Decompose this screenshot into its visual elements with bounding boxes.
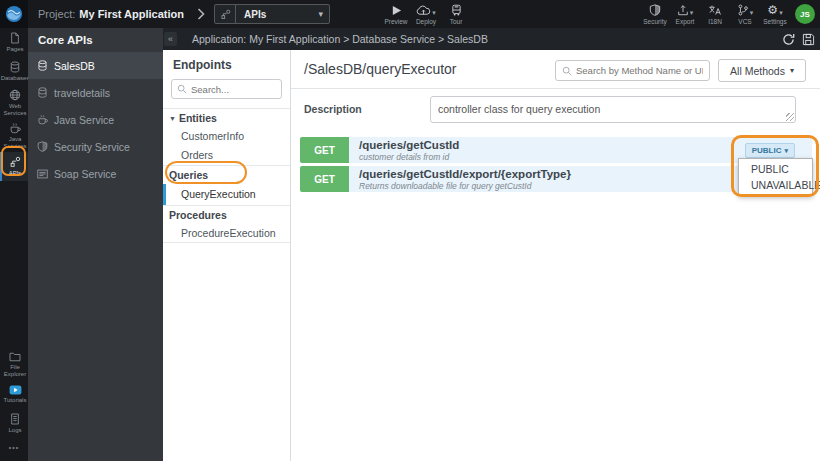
chevron-down-icon: ▾: [750, 9, 754, 16]
endpoints-search[interactable]: [171, 79, 282, 99]
endpoints-panel: Endpoints ▼Entities CustomerInfo Orders …: [163, 50, 291, 461]
topbar-left-actions: Preview ▾ Deploy Tour: [381, 0, 471, 28]
database-icon: [37, 87, 48, 98]
caret-down-icon: ▾: [784, 147, 788, 154]
endpoints-title: Endpoints: [163, 50, 290, 79]
app-window: Project: My First Application APIs ▾ Pre…: [0, 0, 820, 461]
endpoints-search-input[interactable]: [191, 84, 276, 95]
settings-button[interactable]: ⚙▾ Settings: [760, 0, 790, 28]
play-icon: [391, 4, 402, 16]
page-title: /SalesDB/queryExecutor: [304, 61, 457, 77]
method-badge-get: GET: [300, 137, 349, 163]
sidebar-overflow-button[interactable]: •••: [0, 438, 28, 461]
endpoint-row-getcustid-export[interactable]: GET /queries/getCustId/export/{exportTyp…: [300, 166, 812, 192]
workspace-selector[interactable]: APIs ▾: [214, 4, 330, 24]
sidebar-item-label: Tutorials: [4, 397, 27, 404]
access-option-unavailable[interactable]: UNAVAILABLE: [739, 177, 812, 193]
save-button[interactable]: [802, 33, 815, 46]
sidebar-item-label: APIs: [9, 170, 22, 177]
tour-button[interactable]: Tour: [441, 0, 471, 28]
export-icon: [677, 4, 689, 16]
main-content: /SalesDB/queryExecutor All Methods ▾ Des…: [291, 50, 820, 461]
wavemaker-logo-icon: [5, 5, 23, 23]
breadcrumb: Application: My First Application > Data…: [192, 33, 488, 45]
sidebar-item-java-services[interactable]: Java Services: [0, 119, 28, 152]
security-label: Security: [643, 18, 666, 25]
sidebar-item-apis[interactable]: APIs: [0, 152, 28, 181]
resize-grip-icon[interactable]: [786, 113, 794, 121]
service-item-soap-service[interactable]: Soap Service: [28, 160, 163, 187]
method-badge-get: GET: [300, 166, 349, 192]
deploy-label: Deploy: [416, 18, 436, 25]
section-queries[interactable]: Queries: [163, 165, 290, 184]
search-icon: [177, 84, 187, 94]
preview-label: Preview: [384, 18, 407, 25]
vcs-button[interactable]: ▾ VCS: [730, 0, 760, 28]
method-search[interactable]: [555, 60, 710, 81]
service-item-label: Soap Service: [54, 168, 116, 180]
sidebar-item-web-services[interactable]: Web Services: [0, 86, 28, 119]
service-item-java-service[interactable]: Java Service: [28, 106, 163, 133]
database-icon: [10, 61, 20, 73]
sidebar-item-logs[interactable]: Logs: [0, 409, 28, 438]
service-item-traveldetails[interactable]: traveldetails: [28, 79, 163, 106]
access-option-public[interactable]: PUBLIC: [739, 161, 812, 177]
shield-icon: [37, 141, 48, 152]
search-icon: [562, 66, 572, 76]
api-icon: [9, 156, 21, 168]
workspace-selector-label: APIs: [236, 9, 318, 20]
user-avatar[interactable]: JS: [795, 4, 815, 24]
service-item-security-service[interactable]: Security Service: [28, 133, 163, 160]
chevron-down-icon: ▾: [318, 10, 329, 19]
video-play-icon: [9, 385, 22, 395]
description-textarea[interactable]: controller class for query execution: [430, 96, 796, 123]
breadcrumb-bar: « Application: My First Application > Da…: [163, 28, 820, 50]
export-button[interactable]: ▾ Export: [670, 0, 700, 28]
endpoint-item-orders[interactable]: Orders: [163, 146, 290, 165]
caret-down-icon: ▾: [790, 67, 794, 75]
endpoint-subtitle: customer details from id: [359, 152, 459, 162]
api-icon: [215, 5, 236, 23]
sidebar-item-databases[interactable]: Databases: [0, 57, 28, 86]
project-name: My First Application: [79, 8, 184, 20]
all-methods-label: All Methods: [730, 65, 785, 77]
core-apis-title: Core APIs: [28, 28, 163, 52]
section-procedures[interactable]: Procedures: [163, 205, 290, 224]
coffee-icon: [37, 114, 48, 125]
service-item-salesdb[interactable]: SalesDB: [28, 52, 163, 79]
endpoint-row-getcustid[interactable]: GET /queries/getCustId customer details …: [300, 137, 812, 163]
folder-icon: [9, 352, 21, 362]
preview-button[interactable]: Preview: [381, 0, 411, 28]
sidebar-item-pages[interactable]: Pages: [0, 28, 28, 57]
section-entities[interactable]: ▼Entities: [163, 108, 290, 127]
i18n-button[interactable]: I18N: [700, 0, 730, 28]
endpoint-item-procedureexecution[interactable]: ProcedureExecution: [163, 224, 290, 243]
service-item-label: traveldetails: [54, 87, 110, 99]
method-search-input[interactable]: [576, 65, 703, 76]
security-button[interactable]: Security: [640, 0, 670, 28]
sidebar-item-tutorials[interactable]: Tutorials: [0, 380, 28, 409]
core-apis-panel: Core APIs SalesDB traveldetails Java Ser…: [28, 28, 163, 461]
sidebar-item-label: Databases: [1, 75, 30, 82]
i18n-label: I18N: [708, 18, 722, 25]
project-label: Project:: [38, 8, 75, 20]
sidebar-item-label: Logs: [8, 427, 21, 434]
endpoint-item-queryexecution[interactable]: QueryExecution: [163, 184, 290, 205]
endpoint-path: /queries/getCustId/export/{exportType}: [359, 168, 571, 181]
topbar-right-actions: Security ▾ Export I18N ▾ VCS ⚙▾ Settings: [640, 0, 790, 28]
sidebar-item-file-explorer[interactable]: File Explorer: [0, 349, 28, 380]
sidebar-item-label: Pages: [6, 46, 23, 53]
collapse-panel-button[interactable]: «: [164, 32, 177, 46]
settings-label: Settings: [763, 18, 787, 25]
endpoint-item-customerinfo[interactable]: CustomerInfo: [163, 127, 290, 146]
bus-icon: [451, 4, 462, 16]
cloud-upload-icon: [416, 4, 431, 16]
deploy-button[interactable]: ▾ Deploy: [411, 0, 441, 28]
app-logo[interactable]: [0, 0, 28, 28]
endpoint-subtitle: Returns downloadable file for query getC…: [359, 181, 571, 191]
all-methods-dropdown[interactable]: All Methods ▾: [718, 59, 806, 82]
access-level-button[interactable]: PUBLIC ▾: [745, 143, 795, 158]
soap-icon: [37, 169, 48, 179]
refresh-button[interactable]: [782, 33, 795, 46]
service-item-label: SalesDB: [54, 60, 95, 72]
